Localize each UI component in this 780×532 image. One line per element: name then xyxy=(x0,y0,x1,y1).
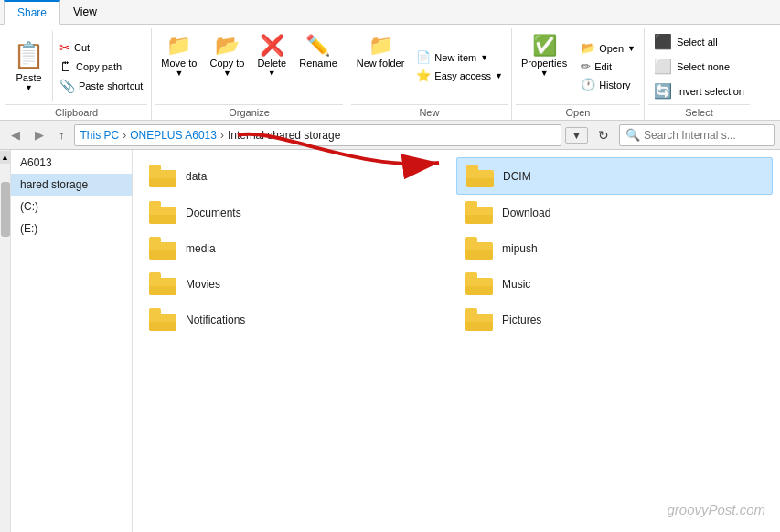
new-label: New xyxy=(351,104,508,120)
select-all-button[interactable]: ⬛ Select all xyxy=(648,30,750,53)
file-item-data[interactable]: data xyxy=(140,157,456,195)
properties-button[interactable]: ✅ Properties ▼ xyxy=(516,30,572,81)
tab-view[interactable]: View xyxy=(60,0,110,24)
cut-button[interactable]: ✂ Cut xyxy=(55,38,147,57)
breadcrumb-item-thispc[interactable]: This PC xyxy=(80,129,120,142)
forward-button[interactable]: ▶ xyxy=(29,125,49,144)
copy-to-icon: 📂 xyxy=(215,34,240,58)
open-icon: 📂 xyxy=(581,41,595,55)
address-bar: ◀ ▶ ↑ This PC › ONEPLUS A6013 › Internal… xyxy=(0,121,780,150)
paste-shortcut-icon: 📎 xyxy=(59,79,75,93)
sidebar-item-a6013[interactable]: A6013 xyxy=(11,152,132,174)
file-name-music: Music xyxy=(502,278,530,291)
file-name-media: media xyxy=(186,242,216,255)
breadcrumb-sep-2: › xyxy=(220,129,224,142)
organize-group: 📁 Move to ▼ 📂 Copy to ▼ ❌ Delete xyxy=(152,28,347,120)
easy-access-icon: ⭐ xyxy=(416,69,431,82)
open-label: Open xyxy=(516,104,640,120)
breadcrumb-sep-1: › xyxy=(123,129,126,142)
breadcrumb: This PC › ONEPLUS A6013 › Internal share… xyxy=(74,124,562,146)
folder-icon xyxy=(149,308,176,331)
sidebar-item-e[interactable]: (E:) xyxy=(11,218,132,239)
search-input[interactable] xyxy=(644,129,768,142)
main-area: ▲ A6013 hared storage (C:) (E:) d xyxy=(0,150,780,532)
copy-path-button[interactable]: 🗒 Copy path xyxy=(55,58,147,76)
new-item-arrow: ▼ xyxy=(480,53,488,62)
invert-selection-button[interactable]: 🔄 Invert selection xyxy=(648,80,750,102)
invert-selection-icon: 🔄 xyxy=(654,82,672,100)
easy-access-button[interactable]: ⭐ Easy access ▼ xyxy=(411,67,508,84)
properties-arrow: ▼ xyxy=(540,69,549,78)
file-item-notifications[interactable]: Notifications xyxy=(140,302,456,337)
paste-button[interactable]: 📋 Paste ▼ xyxy=(5,30,53,102)
refresh-button[interactable]: ↻ xyxy=(592,125,615,145)
cut-icon: ✂ xyxy=(59,40,70,55)
select-none-button[interactable]: ⬜ Select none xyxy=(648,55,750,78)
file-item-mipush[interactable]: mipush xyxy=(456,230,773,266)
search-box[interactable]: 🔍 xyxy=(619,124,775,146)
file-item-dcim[interactable]: DCIM xyxy=(456,157,773,195)
file-name-pictures: Pictures xyxy=(502,314,541,326)
file-item-download[interactable]: Download xyxy=(456,195,773,230)
back-button[interactable]: ◀ xyxy=(5,125,26,144)
folder-icon xyxy=(465,272,493,295)
breadcrumb-item-oneplus[interactable]: ONEPLUS A6013 xyxy=(130,129,217,142)
file-item-documents[interactable]: Documents xyxy=(140,195,456,230)
new-item-icon: 📄 xyxy=(416,50,431,64)
new-folder-button[interactable]: 📁 New folder xyxy=(351,30,411,72)
select-all-icon: ⬛ xyxy=(654,33,672,50)
file-item-music[interactable]: Music xyxy=(456,266,773,302)
paste-icon: 📋 xyxy=(13,40,45,70)
sidebar-item-shared-storage[interactable]: hared storage xyxy=(11,174,132,196)
file-item-pictures[interactable]: Pictures xyxy=(456,302,773,337)
file-name-mipush: mipush xyxy=(502,242,538,255)
delete-icon: ❌ xyxy=(260,34,284,58)
new-folder-icon: 📁 xyxy=(369,34,393,58)
file-name-data: data xyxy=(186,170,207,183)
ribbon-tabs: Share View xyxy=(0,0,780,25)
file-name-notifications: Notifications xyxy=(186,314,245,326)
folder-icon xyxy=(465,308,493,331)
search-icon: 🔍 xyxy=(625,128,640,142)
move-to-button[interactable]: 📁 Move to ▼ xyxy=(155,30,202,81)
file-name-download: Download xyxy=(502,207,550,219)
scroll-up-button[interactable]: ▲ xyxy=(0,151,10,164)
file-name-documents: Documents xyxy=(186,207,241,219)
folder-icon xyxy=(149,272,176,295)
delete-button[interactable]: ❌ Delete ▼ xyxy=(251,30,292,81)
properties-icon: ✅ xyxy=(532,34,557,58)
clipboard-label: Clipboard xyxy=(5,104,147,120)
paste-shortcut-button[interactable]: 📎 Paste shortcut xyxy=(55,77,147,95)
file-area: data DCIM xyxy=(133,150,780,532)
rename-icon: ✏️ xyxy=(305,34,330,58)
clipboard-group: 📋 Paste ▼ ✂ Cut 🗒 Copy path 📎 xyxy=(2,28,152,120)
file-item-movies[interactable]: Movies xyxy=(140,266,456,302)
easy-access-arrow: ▼ xyxy=(495,71,503,80)
select-group: ⬛ Select all ⬜ Select none 🔄 Invert sele… xyxy=(645,28,753,120)
folder-icon xyxy=(466,165,494,187)
move-to-icon: 📁 xyxy=(166,34,191,58)
copy-to-arrow: ▼ xyxy=(223,69,231,78)
file-name-movies: Movies xyxy=(186,278,220,291)
sidebar-scrollbar[interactable]: ▲ xyxy=(0,150,11,532)
folder-icon xyxy=(465,237,493,260)
rename-button[interactable]: ✏️ Rename xyxy=(294,30,343,72)
sidebar-item-extra[interactable] xyxy=(11,239,132,249)
file-item-media[interactable]: media xyxy=(140,230,456,266)
paste-dropdown-arrow: ▼ xyxy=(25,83,33,92)
history-button[interactable]: 🕐 History xyxy=(576,76,640,93)
file-name-dcim: DCIM xyxy=(503,170,531,183)
file-grid: data DCIM xyxy=(140,157,773,337)
new-item-button[interactable]: 📄 New item ▼ xyxy=(411,48,508,66)
ribbon-content: 📋 Paste ▼ ✂ Cut 🗒 Copy path 📎 xyxy=(0,25,780,121)
expand-address-button[interactable]: ▼ xyxy=(565,127,588,144)
tab-share[interactable]: Share xyxy=(4,0,60,25)
app-window: Share View 📋 Paste ▼ ✂ Cut xyxy=(0,0,780,532)
scroll-thumb[interactable] xyxy=(1,182,10,237)
edit-button[interactable]: ✏ Edit xyxy=(576,58,640,75)
sidebar-item-c[interactable]: (C:) xyxy=(11,196,132,218)
up-button[interactable]: ↑ xyxy=(53,125,70,144)
open-button[interactable]: 📂 Open ▼ xyxy=(576,39,640,57)
copy-to-button[interactable]: 📂 Copy to ▼ xyxy=(204,30,250,81)
history-icon: 🕐 xyxy=(581,78,595,91)
